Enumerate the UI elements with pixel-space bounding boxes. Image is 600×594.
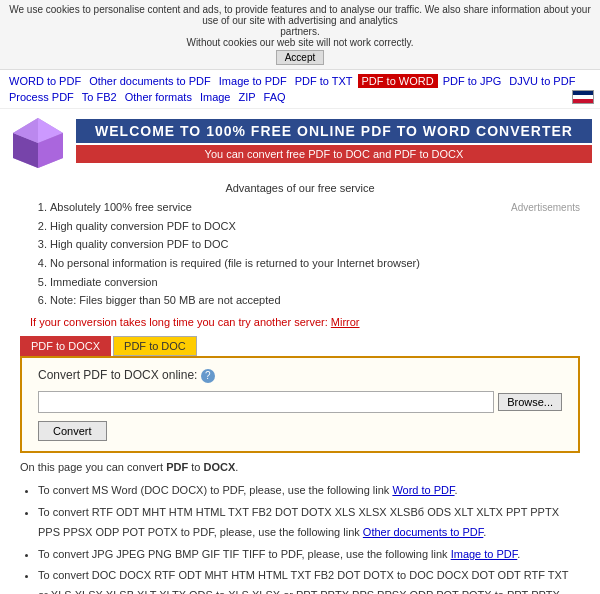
tab-pdf-to-docx[interactable]: PDF to DOCX xyxy=(20,336,111,356)
nav-to-fb2[interactable]: To FB2 xyxy=(79,90,120,104)
header-title: WELCOME TO 100% FREE ONLINE PDF TO WORD … xyxy=(76,119,592,143)
cookie-text-line2: partners. xyxy=(8,26,592,37)
list-item: To convert JPG JPEG PNG BMP GIF TIF TIFF… xyxy=(38,545,580,565)
info-pdf-label: PDF xyxy=(166,461,188,473)
nav-word-to-pdf[interactable]: WORD to PDF xyxy=(6,74,84,88)
nav-zip[interactable]: ZIP xyxy=(235,90,258,104)
list-item: To convert RTF ODT MHT HTM HTML TXT FB2 … xyxy=(38,503,580,543)
list-item-text: To convert JPG JPEG PNG BMP GIF TIF TIFF… xyxy=(38,548,451,560)
browse-button[interactable]: Browse... xyxy=(498,393,562,411)
links-list: To convert MS Word (DOC DOCX) to PDF, pl… xyxy=(20,481,580,594)
header-area: WELCOME TO 100% FREE ONLINE PDF TO WORD … xyxy=(0,109,600,172)
advantage-item: High quality conversion PDF to DOC xyxy=(50,235,580,254)
top-navigation: WORD to PDF Other documents to PDF Image… xyxy=(0,70,600,109)
info-text-prefix: On this page you can convert xyxy=(20,461,163,473)
file-input-row: Browse... xyxy=(38,391,562,413)
list-item: To convert DOC DOCX RTF ODT MHT HTM HTML… xyxy=(38,566,580,594)
info-to-label: to xyxy=(191,461,200,473)
header-title-box: WELCOME TO 100% FREE ONLINE PDF TO WORD … xyxy=(76,119,592,163)
image-to-pdf-link[interactable]: Image to PDF xyxy=(451,548,518,560)
info-docx-label: DOCX xyxy=(203,461,235,473)
advantages-list: Absolutely 100% free service High qualit… xyxy=(20,198,580,310)
help-icon[interactable]: ? xyxy=(201,369,215,383)
nav-pdf-to-jpg[interactable]: PDF to JPG xyxy=(440,74,505,88)
file-path-input[interactable] xyxy=(38,391,494,413)
nav-other-formats[interactable]: Other formats xyxy=(122,90,195,104)
language-flag[interactable] xyxy=(572,90,594,104)
cookie-text-line3: Without cookies our web site will not wo… xyxy=(8,37,592,48)
info-paragraph: On this page you can convert PDF to DOCX… xyxy=(20,461,580,473)
nav-pdf-to-word-active[interactable]: PDF to WORD xyxy=(358,74,438,88)
nav-faq[interactable]: FAQ xyxy=(261,90,289,104)
nav-image-to-pdf[interactable]: Image to PDF xyxy=(216,74,290,88)
list-item: To convert MS Word (DOC DOCX) to PDF, pl… xyxy=(38,481,580,501)
main-content: Advantages of our free service Advertise… xyxy=(0,172,600,594)
cookie-text-line1: We use cookies to personalise content an… xyxy=(8,4,592,26)
advantage-item: Absolutely 100% free service xyxy=(50,198,580,217)
nav-other-docs-to-pdf[interactable]: Other documents to PDF xyxy=(86,74,214,88)
converter-title-text: Convert PDF to DOCX online: xyxy=(38,368,197,382)
ads-label: Advertisements xyxy=(511,202,580,213)
nav-image[interactable]: Image xyxy=(197,90,234,104)
tab-pdf-to-doc[interactable]: PDF to DOC xyxy=(113,336,197,356)
other-docs-link[interactable]: Other documents to PDF xyxy=(363,526,483,538)
mirror-link[interactable]: Mirror xyxy=(331,316,360,328)
nav-pdf-to-txt[interactable]: PDF to TXT xyxy=(292,74,356,88)
converter-box: Convert PDF to DOCX online: ? Browse... … xyxy=(20,356,580,453)
converter-title: Convert PDF to DOCX online: ? xyxy=(38,368,562,383)
word-to-pdf-link[interactable]: Word to PDF xyxy=(392,484,454,496)
list-item-text: To convert MS Word (DOC DOCX) to PDF, pl… xyxy=(38,484,392,496)
cookie-banner: We use cookies to personalise content an… xyxy=(0,0,600,70)
list-item-text: To convert DOC DOCX RTF ODT MHT HTM HTML… xyxy=(38,569,568,594)
nav-djvu-to-pdf[interactable]: DJVU to PDF xyxy=(506,74,578,88)
advantage-item: Note: Files bigger than 50 MB are not ac… xyxy=(50,291,580,310)
advantage-item: No personal information is required (fil… xyxy=(50,254,580,273)
convert-button[interactable]: Convert xyxy=(38,421,107,441)
header-subtitle: You can convert free PDF to DOC and PDF … xyxy=(76,145,592,163)
advantage-item: High quality conversion PDF to DOCX xyxy=(50,217,580,236)
mirror-notice: If your conversion takes long time you c… xyxy=(20,316,580,328)
advantages-title: Advantages of our free service xyxy=(20,182,580,194)
advantage-item: Immediate conversion xyxy=(50,273,580,292)
site-logo xyxy=(8,113,68,168)
nav-process-pdf[interactable]: Process PDF xyxy=(6,90,77,104)
converter-tabs: PDF to DOCX PDF to DOC xyxy=(20,336,580,356)
advantages-section: Advertisements Absolutely 100% free serv… xyxy=(20,198,580,310)
accept-cookies-button[interactable]: Accept xyxy=(276,50,325,65)
